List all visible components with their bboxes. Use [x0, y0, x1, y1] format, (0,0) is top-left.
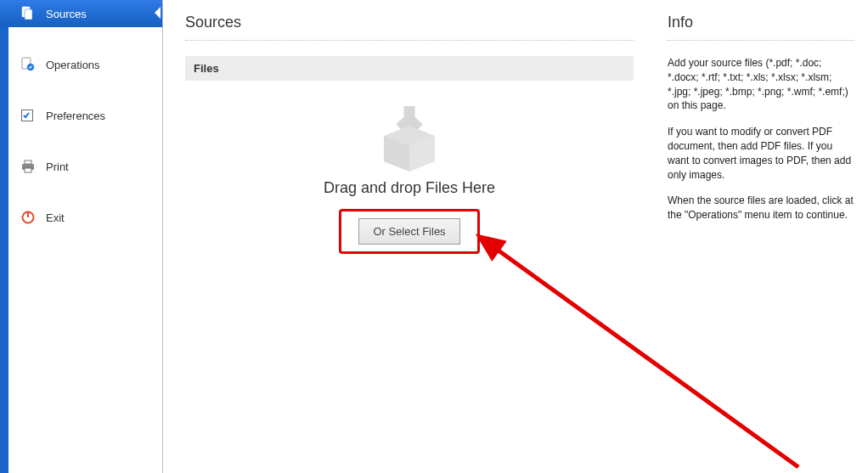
print-icon	[20, 159, 36, 174]
info-paragraph: If you want to modify or convert PDF doc…	[668, 125, 854, 182]
sidebar-item-exit[interactable]: Exit	[0, 204, 162, 231]
info-title: Info	[668, 14, 854, 31]
info-panel: Info Add your source files (*.pdf; *.doc…	[657, 0, 868, 473]
sidebar-item-label: Preferences	[46, 110, 105, 122]
files-section-header: Files	[185, 56, 634, 81]
sidebar-item-sources[interactable]: Sources	[0, 0, 162, 27]
svg-rect-7	[25, 168, 31, 172]
info-paragraph: When the source files are loaded, click …	[668, 194, 854, 222]
exit-icon	[20, 210, 36, 225]
svg-rect-1	[25, 9, 32, 20]
sidebar-item-preferences[interactable]: Preferences	[0, 102, 162, 129]
sidebar: Sources Operations Preferences	[0, 0, 163, 473]
select-files-button[interactable]: Or Select Files	[358, 218, 459, 245]
page-title: Sources	[185, 14, 634, 31]
sidebar-item-label: Operations	[46, 59, 100, 71]
dropzone-label: Drag and drop Files Here	[324, 179, 495, 197]
select-files-highlight: Or Select Files	[339, 209, 479, 254]
operations-icon	[20, 57, 36, 72]
info-paragraph: Add your source files (*.pdf; *.doc; *.d…	[668, 56, 854, 113]
separator	[668, 40, 854, 41]
separator	[185, 40, 634, 41]
preferences-icon	[20, 108, 36, 123]
sidebar-item-label: Exit	[46, 211, 65, 224]
sidebar-item-print[interactable]: Print	[0, 153, 162, 180]
sidebar-item-label: Sources	[46, 8, 87, 20]
svg-rect-5	[25, 160, 31, 164]
main-content: Sources Files Drag and drop Files Here O…	[163, 0, 657, 473]
download-box-icon	[371, 98, 448, 174]
sources-icon	[20, 6, 36, 21]
file-dropzone[interactable]: Drag and drop Files Here Or Select Files	[185, 98, 634, 254]
sidebar-item-label: Print	[46, 160, 69, 173]
chevron-right-icon	[155, 7, 161, 19]
sidebar-item-operations[interactable]: Operations	[0, 51, 162, 78]
info-text: Add your source files (*.pdf; *.doc; *.d…	[668, 56, 854, 222]
